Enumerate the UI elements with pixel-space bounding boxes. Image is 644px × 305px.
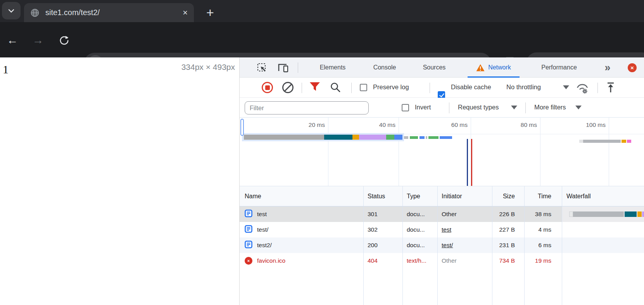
- network-conditions-button[interactable]: [575, 82, 589, 96]
- overview-seg-green: [386, 135, 394, 140]
- tab-strip: site1.com/test2/ × +: [0, 0, 644, 22]
- throttling-dropdown-icon[interactable]: [563, 85, 569, 89]
- tab-elements[interactable]: Elements: [306, 57, 360, 78]
- request-row-test2-slash[interactable]: test2/ 200 docu... test/ 231 B 6 ms: [240, 237, 644, 253]
- devtools-close-button[interactable]: ×: [628, 63, 637, 72]
- record-network-log-button[interactable]: [262, 82, 273, 93]
- waterfall-gray-seg: [573, 211, 624, 217]
- gridline: [328, 118, 328, 186]
- filter-toggle-button[interactable]: [309, 81, 321, 94]
- overview-seg-yellow: [352, 135, 359, 140]
- request-types-dropdown-icon[interactable]: [511, 106, 517, 109]
- devtools-tab-bar: Elements Console Sources Network Perform…: [240, 57, 644, 78]
- document-icon: [245, 210, 252, 219]
- toolbar-separator: [525, 102, 526, 113]
- waterfall-cell: [562, 237, 644, 253]
- toolbar-separator: [597, 83, 598, 93]
- invert-checkbox[interactable]: [402, 104, 409, 111]
- column-header-initiator[interactable]: Initiator: [438, 186, 492, 206]
- page-body-text: 1: [3, 63, 9, 76]
- tab-network[interactable]: Network: [464, 57, 523, 78]
- initiator-link[interactable]: test/: [442, 242, 453, 249]
- column-header-size[interactable]: Size: [492, 186, 525, 206]
- inspect-cursor-icon: [257, 63, 268, 73]
- overview-favicon-yellow: [622, 140, 626, 143]
- filter-input[interactable]: [245, 101, 369, 114]
- device-toolbar-icon: [277, 63, 289, 73]
- request-row-favicon[interactable]: × favicon.ico 404 text/h... Other 734 B …: [240, 253, 644, 269]
- overview-dash: [410, 136, 418, 139]
- wifi-gear-icon: [575, 82, 589, 94]
- reload-icon: [59, 35, 69, 45]
- upload-arrow-icon: [606, 82, 616, 94]
- preserve-log-label[interactable]: Preserve log: [373, 83, 409, 91]
- waterfall-cell: [562, 206, 644, 222]
- column-header-waterfall[interactable]: Waterfall: [562, 186, 644, 206]
- overview-seg-purple: [359, 135, 386, 140]
- request-types-dropdown[interactable]: Request types: [458, 104, 499, 111]
- warning-icon: [476, 64, 485, 71]
- import-har-button[interactable]: [606, 82, 616, 95]
- browser-toolbar: ← → site1.com/test2/ ☆: [0, 22, 644, 57]
- search-network-button[interactable]: [330, 81, 341, 94]
- network-filter-bar: Invert Request types More filters: [240, 98, 644, 118]
- chevron-down-icon: [7, 7, 15, 15]
- forward-button[interactable]: →: [29, 31, 47, 49]
- devtools-panel: Elements Console Sources Network Perform…: [239, 57, 644, 305]
- more-filters-dropdown[interactable]: More filters: [534, 104, 566, 111]
- globe-favicon-icon: [30, 8, 40, 17]
- overview-dash: [420, 136, 425, 139]
- device-toolbar-button[interactable]: [277, 62, 289, 74]
- request-row-test[interactable]: test 301 docu... Other 226 B 38 ms: [240, 206, 644, 222]
- overview-favicon-gray: [583, 140, 621, 143]
- column-header-name[interactable]: Name: [240, 186, 364, 206]
- reload-button[interactable]: [55, 31, 73, 49]
- overview-favicon-cap: [579, 140, 583, 143]
- request-row-test-slash[interactable]: test/ 302 docu... test 227 B 4 ms: [240, 222, 644, 237]
- network-overview-timeline[interactable]: 20 ms 40 ms 60 ms 80 ms 100 ms: [240, 118, 644, 186]
- tick-label: 80 ms: [506, 121, 537, 128]
- tick-label: 20 ms: [294, 121, 325, 128]
- initiator-link[interactable]: test: [442, 226, 451, 233]
- overview-dash: [404, 136, 408, 139]
- column-header-time[interactable]: Time: [525, 186, 562, 206]
- tab-title: site1.com/test2/: [45, 8, 183, 17]
- waterfall-cell: [562, 253, 644, 269]
- preserve-log-checkbox[interactable]: [360, 84, 367, 91]
- column-header-type[interactable]: Type: [403, 186, 438, 206]
- tab-search-button[interactable]: [2, 2, 21, 19]
- tab-sources[interactable]: Sources: [410, 57, 458, 78]
- load-event-line: [471, 139, 472, 186]
- network-requests-table: Name Status Type Initiator Size Time Wat…: [240, 186, 644, 305]
- more-tabs-button[interactable]: »: [600, 62, 614, 73]
- gridline: [540, 118, 540, 186]
- document-icon: [245, 241, 252, 250]
- tab-console[interactable]: Console: [361, 57, 408, 78]
- toolbar-separator: [298, 62, 298, 73]
- search-icon: [330, 81, 341, 93]
- back-button[interactable]: ←: [3, 31, 22, 49]
- new-tab-button[interactable]: +: [201, 3, 219, 22]
- table-header-row: Name Status Type Initiator Size Time Wat…: [240, 186, 644, 206]
- tick-label: 100 ms: [575, 121, 606, 128]
- invert-label[interactable]: Invert: [415, 104, 431, 111]
- gridline: [609, 118, 609, 186]
- throttling-select[interactable]: No throttling: [506, 83, 541, 91]
- disable-cache-label[interactable]: Disable cache: [451, 83, 491, 91]
- inspect-element-button[interactable]: [256, 62, 268, 74]
- overview-dash: [440, 136, 452, 139]
- browser-tab[interactable]: site1.com/test2/ ×: [24, 3, 194, 22]
- column-header-status[interactable]: Status: [364, 186, 403, 206]
- tab-performance[interactable]: Performance: [528, 57, 590, 78]
- overview-dash: [428, 136, 439, 139]
- clear-network-log-button[interactable]: [282, 82, 294, 93]
- waterfall-teal-seg: [625, 211, 637, 217]
- table-empty-area: [240, 269, 644, 305]
- more-filters-dropdown-icon[interactable]: [575, 106, 582, 109]
- waterfall-queue-seg: [569, 211, 573, 217]
- overview-favicon-pink: [627, 140, 631, 143]
- page-viewport: 1 334px × 493px: [0, 57, 239, 305]
- overview-seg-gray: [244, 135, 324, 140]
- tab-close-icon[interactable]: ×: [183, 9, 188, 17]
- overview-left-handle[interactable]: [240, 119, 244, 136]
